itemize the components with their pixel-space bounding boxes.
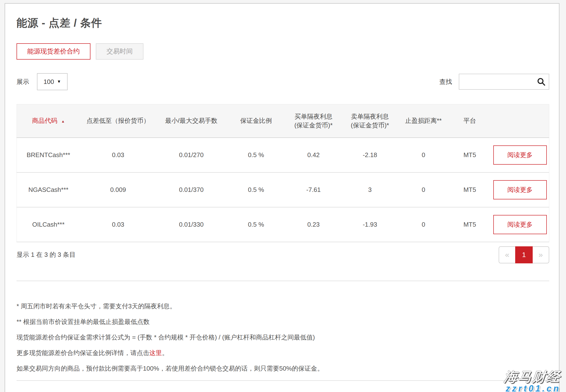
cell-lot-size: 0.01/370 (156, 172, 226, 207)
divider (16, 380, 549, 381)
here-link[interactable]: 这里 (149, 349, 162, 356)
cell-spread: 0.03 (80, 207, 156, 242)
col-header-symbol-label: 商品代码 (32, 117, 57, 124)
col-header-swap-long-line2: (保证金货币)* (287, 121, 340, 130)
instruments-table: 商品代码▲ 点差低至（报价货币） 最小/最大交易手数 保证金比例 买单隔夜利息 … (16, 104, 549, 242)
watermark: 海马财经 zzrt01.cn (504, 370, 561, 392)
cell-platform: MT5 (449, 172, 491, 207)
col-header-symbol[interactable]: 商品代码▲ (17, 104, 80, 138)
table-controls: 展示 100 ▼ 查找 (16, 73, 549, 90)
cell-actions: 阅读更多 (491, 207, 549, 242)
header-row: 商品代码▲ 点差低至（报价货币） 最小/最大交易手数 保证金比例 买单隔夜利息 … (17, 104, 549, 138)
col-header-swap-short-line2: (保证金货币)* (343, 121, 397, 130)
col-header-spread[interactable]: 点差低至（报价货币） (80, 104, 156, 138)
content-panel: 能源 - 点差 / 条件 能源现货差价合约 交易时间 展示 100 ▼ 查找 (5, 3, 559, 392)
cell-lot-size: 0.01/270 (156, 138, 226, 172)
pagination-prev-button[interactable]: « (499, 246, 515, 263)
col-header-stop-level[interactable]: 止盈损距离** (399, 104, 449, 138)
read-more-button[interactable]: 阅读更多 (493, 215, 547, 234)
cell-stop-level: 0 (399, 138, 449, 172)
entries-summary: 显示 1 在 3 的 3 条目 (16, 251, 76, 259)
cell-symbol: OILCash*** (17, 207, 80, 242)
cell-swap-short: -1.93 (341, 207, 398, 242)
cell-actions: 阅读更多 (491, 172, 549, 207)
tab-trading-hours[interactable]: 交易时间 (96, 43, 143, 60)
table-row: OILCash*** 0.03 0.01/330 0.5 % 0.23 -1.9… (17, 207, 549, 242)
cell-symbol: BRENTCash*** (17, 138, 80, 172)
cell-symbol: NGASCash*** (17, 172, 80, 207)
cell-stop-level: 0 (399, 207, 449, 242)
col-header-actions (491, 104, 549, 138)
col-header-swap-long-line1: 买单隔夜利息 (287, 112, 340, 121)
read-more-button[interactable]: 阅读更多 (493, 145, 547, 165)
pagination-next-button[interactable]: » (533, 246, 549, 263)
footnote-stop-level: ** 根据当前市价设置挂单的最低止损盈最低点数 (16, 318, 549, 325)
watermark-url: zzrt01.cn (504, 384, 561, 392)
cell-lot-size: 0.01/330 (156, 207, 226, 242)
cell-margin: 0.5 % (226, 172, 285, 207)
table-row: NGASCash*** 0.009 0.01/370 0.5 % -7.61 3… (17, 172, 549, 207)
read-more-button[interactable]: 阅读更多 (493, 180, 547, 199)
search-input[interactable] (459, 74, 549, 90)
footnote-margin-details: 更多现货能源差价合约保证金比例详情，请点击这里。 (16, 349, 549, 356)
pagination: « 1 » (499, 246, 549, 263)
cell-spread: 0.009 (80, 172, 156, 207)
show-label: 展示 (16, 78, 29, 86)
cell-swap-long: -7.61 (285, 172, 341, 207)
footnote-swap-3day: * 周五闭市时若有未平仓头寸，需要支付3天的隔夜利息。 (16, 303, 549, 310)
cell-margin: 0.5 % (226, 138, 285, 172)
footnote-margin-details-text: 更多现货能源差价合约保证金比例详情，请点击 (16, 349, 149, 356)
table-row: BRENTCash*** 0.03 0.01/270 0.5 % 0.42 -2… (17, 138, 549, 172)
page-size-value: 100 (43, 78, 54, 86)
cell-stop-level: 0 (399, 172, 449, 207)
table-footer: 显示 1 在 3 的 3 条目 « 1 » (16, 246, 549, 264)
footnote-margin-formula: 现货能源差价合约保证金需求计算公式为 = (手数 * 合约规模 * 开仓价格) … (16, 334, 549, 341)
search-label: 查找 (439, 78, 452, 86)
col-header-swap-long[interactable]: 买单隔夜利息 (保证金货币)* (285, 104, 341, 138)
cell-margin: 0.5 % (226, 207, 285, 242)
tab-energy-spot-cfd[interactable]: 能源现货差价合约 (16, 43, 90, 60)
col-header-margin[interactable]: 保证金比例 (226, 104, 285, 138)
col-header-lot-size[interactable]: 最小/最大交易手数 (156, 104, 226, 138)
chevron-down-icon: ▼ (57, 79, 61, 84)
page-title: 能源 - 点差 / 条件 (16, 16, 549, 30)
page-size-select[interactable]: 100 ▼ (37, 73, 68, 90)
search-box (459, 74, 549, 90)
pagination-page-1[interactable]: 1 (515, 246, 533, 263)
watermark-brand: 海马财经 (504, 370, 561, 383)
col-header-platform[interactable]: 平台 (449, 104, 491, 138)
col-header-swap-short-line1: 卖单隔夜利息 (343, 112, 397, 121)
cell-swap-short: -2.18 (341, 138, 398, 172)
cell-swap-short: 3 (341, 172, 398, 207)
divider (16, 281, 549, 281)
col-header-swap-short[interactable]: 卖单隔夜利息 (保证金货币)* (341, 104, 398, 138)
search-icon (537, 77, 546, 86)
cell-platform: MT5 (449, 138, 491, 172)
cell-actions: 阅读更多 (491, 138, 549, 172)
footnote-hedged-margin: 如果交易同方向的商品，预付款比例需要高于100%，若使用差价合约锁仓交易的话，则… (16, 365, 549, 372)
footnotes: * 周五闭市时若有未平仓头寸，需要支付3天的隔夜利息。 ** 根据当前市价设置挂… (16, 303, 549, 372)
tab-bar: 能源现货差价合约 交易时间 (16, 43, 549, 60)
sort-asc-icon: ▲ (61, 119, 65, 123)
footnote-margin-details-suffix: 。 (162, 349, 168, 356)
cell-platform: MT5 (449, 207, 491, 242)
cell-spread: 0.03 (80, 138, 156, 172)
cell-swap-long: 0.23 (285, 207, 341, 242)
cell-swap-long: 0.42 (285, 138, 341, 172)
